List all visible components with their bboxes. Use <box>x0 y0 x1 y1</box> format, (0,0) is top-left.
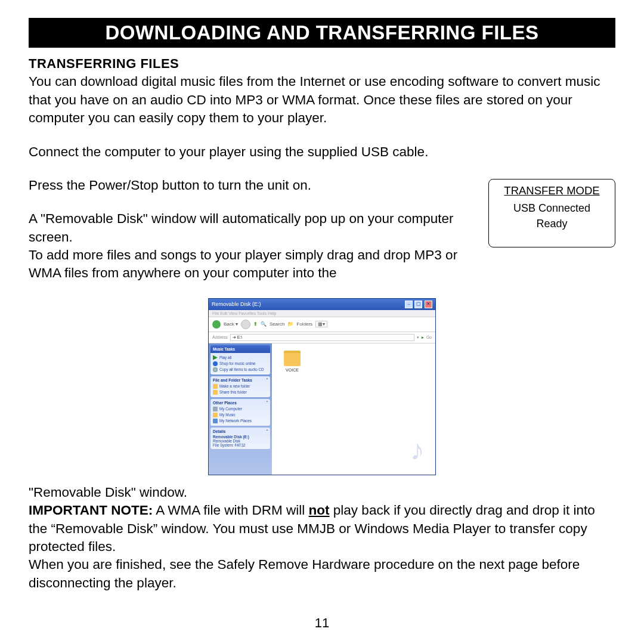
details-line: Removable Disk <box>213 439 268 443</box>
paragraph-7: When you are finished, see the Safely Re… <box>29 556 615 592</box>
window-toolbar: Back ▾ ⬆ 🔍 Search 📁 Folders ▦▾ <box>209 317 435 332</box>
music-note-icon: ♪ <box>410 434 425 466</box>
task-item[interactable]: My Network Places <box>219 419 252 423</box>
collapse-icon[interactable]: ˆ <box>267 378 268 382</box>
task-pane: Music Tasks Play all Shop for music onli… <box>209 343 272 475</box>
play-icon <box>213 355 218 360</box>
explorer-window: Removable Disk (E:) – ▢ ✕ File Edit View… <box>208 298 436 475</box>
window-title: Removable Disk (E:) <box>212 301 261 307</box>
transfer-mode-title: TRANSFER MODE <box>494 183 610 199</box>
file-tasks-title: File and Folder Tasks <box>213 378 252 382</box>
folder-icon <box>284 351 301 366</box>
views-icon[interactable]: ▦▾ <box>315 321 327 327</box>
go-button[interactable]: ▸ <box>422 335 424 340</box>
paragraph-5: To add more files and songs to your play… <box>29 246 470 283</box>
other-places-panel: Other Placesˆ My Computer My Music My Ne… <box>210 399 270 426</box>
note-label: IMPORTANT NOTE: <box>29 503 153 518</box>
back-icon[interactable] <box>212 320 221 329</box>
collapse-icon[interactable]: ˆ <box>267 429 268 434</box>
window-titlebar: Removable Disk (E:) – ▢ ✕ <box>209 299 435 310</box>
folder-icon <box>213 413 218 417</box>
globe-icon <box>213 361 218 366</box>
page-title-bar: DOWNLOADING AND TRANSFERRING FILES <box>29 18 615 48</box>
page-number: 11 <box>0 615 644 631</box>
address-input[interactable]: ➔ E:\ <box>230 334 414 341</box>
details-line: Removable Disk (E:) <box>213 435 268 439</box>
folder-icon <box>213 384 218 389</box>
back-label: Back ▾ <box>224 321 238 327</box>
search-icon[interactable]: 🔍 <box>261 321 267 327</box>
close-icon[interactable]: ✕ <box>425 301 432 308</box>
task-item[interactable]: Shop for music online <box>219 361 256 366</box>
minimize-icon[interactable]: – <box>405 301 413 308</box>
address-label: Address <box>212 335 228 339</box>
maximize-icon[interactable]: ▢ <box>414 301 422 308</box>
paragraph-1: You can download digital music files fro… <box>29 74 600 125</box>
address-dropdown-icon[interactable]: ▾ <box>417 335 419 340</box>
transfer-mode-box: TRANSFER MODE USB Connected Ready <box>488 179 615 247</box>
folders-icon[interactable]: 📁 <box>287 321 293 327</box>
voice-folder[interactable]: VOICE <box>279 351 305 372</box>
other-places-title: Other Places <box>213 401 237 405</box>
paragraph-3: Press the Power/Stop button to turn the … <box>29 177 470 194</box>
details-title: Details <box>213 429 225 434</box>
section-heading: TRANSFERRING FILES <box>29 56 179 71</box>
music-tasks-title: Music Tasks <box>213 347 235 351</box>
details-line: File System: FAT32 <box>213 443 268 447</box>
forward-icon[interactable] <box>241 320 250 329</box>
window-menu: File Edit View Favorites Tools Help <box>209 310 435 317</box>
paragraph-4: A "Removable Disk" window will automatic… <box>29 210 470 246</box>
folder-label: VOICE <box>286 368 299 372</box>
music-tasks-items: Play all Shop for music online Copy all … <box>210 353 270 374</box>
task-item[interactable]: Make a new folder <box>219 384 250 388</box>
task-item[interactable]: My Music <box>219 413 236 417</box>
music-tasks-panel: Music Tasks <box>210 345 270 353</box>
computer-icon <box>213 407 218 411</box>
transfer-mode-line2: Ready <box>494 216 610 231</box>
file-tasks-panel: File and Folder Tasksˆ Make a new folder… <box>210 376 270 397</box>
task-item[interactable]: Share this folder <box>219 390 247 394</box>
important-note: IMPORTANT NOTE: A WMA file with DRM will… <box>29 501 615 556</box>
task-item[interactable]: My Computer <box>219 407 242 411</box>
details-panel: Detailsˆ Removable Disk (E:) Removable D… <box>210 428 270 449</box>
transfer-mode-line1: USB Connected <box>494 200 610 216</box>
search-label: Search <box>270 321 284 327</box>
folders-label: Folders <box>296 321 312 327</box>
address-bar: Address ➔ E:\ ▾ ▸ Go <box>209 332 435 343</box>
network-icon <box>213 419 218 423</box>
cd-icon <box>213 367 218 372</box>
paragraph-2: Connect the computer to your player usin… <box>29 143 615 161</box>
task-item[interactable]: Copy all items to audio CD <box>219 367 264 371</box>
collapse-icon[interactable]: ˆ <box>267 401 268 405</box>
up-icon[interactable]: ⬆ <box>253 321 258 327</box>
folder-icon <box>213 390 218 395</box>
task-item[interactable]: Play all <box>219 355 231 360</box>
paragraph-6: "Removable Disk" window. <box>29 484 615 501</box>
go-label: Go <box>426 335 432 339</box>
note-not: not <box>309 503 330 518</box>
folder-content-area[interactable]: VOICE ♪ <box>272 343 435 475</box>
window-controls: – ▢ ✕ <box>404 301 432 308</box>
note-text-1: A WMA file with DRM will <box>153 503 308 518</box>
